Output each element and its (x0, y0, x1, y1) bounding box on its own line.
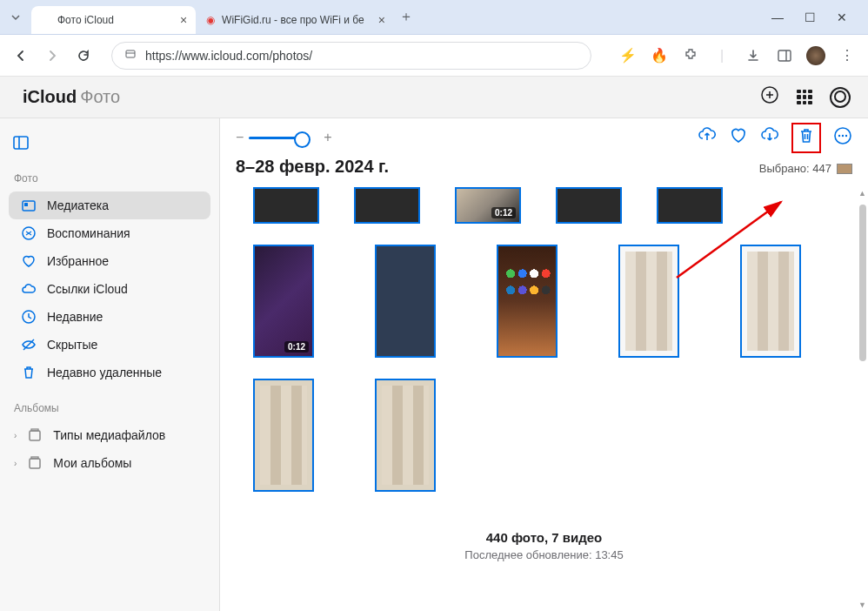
browser-titlebar: Фото iCloud × ◉ WiFiGid.ru - все про WiF… (0, 0, 868, 35)
heart-icon (21, 253, 37, 269)
photo-thumb[interactable] (618, 245, 679, 358)
wifi-favicon: ◉ (204, 14, 217, 26)
photo-thumb[interactable] (740, 245, 801, 358)
video-duration: 0:12 (284, 341, 309, 352)
zoom-out-icon[interactable]: − (236, 130, 244, 145)
site-info-icon[interactable] (124, 48, 137, 63)
account-icon[interactable] (830, 87, 851, 108)
close-tab-icon[interactable]: × (370, 13, 385, 27)
photo-thumb[interactable] (375, 245, 436, 358)
photo-thumb[interactable] (253, 187, 319, 224)
sidebar-label: Скрытые (47, 338, 97, 352)
content-header: 8–28 февр. 2024 г. Выбрано: 447 (220, 157, 868, 187)
selection-info: Выбрано: 447 (759, 162, 852, 175)
window-controls: — ☐ ✕ (771, 10, 865, 24)
sidebar-item-recently-deleted[interactable]: Недавно удаленные (9, 359, 210, 386)
sidebar-item-recents[interactable]: Недавние (9, 303, 210, 331)
forward-button[interactable] (40, 44, 64, 68)
photo-thumb[interactable] (657, 187, 723, 224)
album-icon (27, 455, 43, 471)
apps-grid-icon[interactable] (797, 90, 812, 105)
photo-grid: 0:12 0:12 440 фото, 7 видео Последнее об… (220, 187, 868, 611)
scroll-thumb[interactable] (859, 205, 866, 361)
photo-thumb[interactable] (375, 379, 436, 492)
tab-wifigid[interactable]: ◉ WiFiGid.ru - все про WiFi и бе × (196, 6, 394, 34)
maximize-button[interactable]: ☐ (805, 10, 816, 24)
sidebar-section-albums: Альбомы (14, 402, 210, 414)
sidebar-label: Типы медиафайлов (53, 428, 165, 442)
album-icon (27, 427, 43, 443)
last-updated: Последнее обновление: 13:45 (236, 548, 852, 561)
upload-icon[interactable] (698, 126, 717, 150)
download-icon[interactable] (760, 126, 779, 150)
back-button[interactable] (9, 44, 33, 68)
sidebar-label: Недавно удаленные (47, 366, 162, 379)
sidebar-item-icloud-links[interactable]: Ссылки iCloud (9, 275, 210, 303)
scrollbar[interactable] (856, 187, 868, 611)
more-icon[interactable] (833, 126, 852, 150)
zoom-control[interactable]: − + (236, 130, 332, 145)
sidebar-item-memories[interactable]: Воспоминания (9, 219, 210, 247)
app-title: iCloud Фото (23, 87, 120, 107)
date-range: 8–28 февр. 2024 г. (236, 157, 389, 177)
ext-icon-1[interactable]: ⚡ (616, 44, 640, 68)
sidebar-item-favorites[interactable]: Избранное (9, 247, 210, 275)
delete-button[interactable] (791, 123, 821, 153)
tab-title: Фото iCloud (57, 14, 114, 26)
download-icon[interactable] (741, 44, 765, 68)
tab-icloud-photos[interactable]: Фото iCloud × (31, 6, 196, 34)
close-tab-icon[interactable]: × (119, 13, 187, 27)
zoom-in-icon[interactable]: + (324, 130, 331, 145)
content-toolbar: − + (220, 118, 868, 157)
address-bar[interactable]: https://www.icloud.com/photos/ (111, 42, 591, 70)
photo-thumb[interactable] (354, 187, 420, 224)
menu-icon[interactable]: ⋮ (835, 44, 859, 68)
svg-rect-15 (31, 457, 38, 459)
divider: | (710, 44, 734, 68)
close-window-button[interactable]: ✕ (837, 10, 847, 24)
reload-button[interactable] (71, 44, 96, 68)
new-tab-button[interactable]: ＋ (394, 5, 418, 30)
cloud-link-icon (21, 281, 37, 297)
sidebar-section-photos: Фото (14, 172, 210, 185)
sidebar-item-my-albums[interactable]: › Мои альбомы (9, 449, 210, 477)
svg-rect-0 (126, 50, 135, 57)
favorite-icon[interactable] (729, 126, 748, 150)
sidebar-label: Избранное (47, 254, 109, 268)
sidepanel-icon[interactable] (772, 44, 797, 68)
extensions-icon[interactable] (678, 44, 703, 68)
sidebar-label: Ссылки iCloud (47, 282, 128, 296)
library-count: 440 фото, 7 видео (236, 530, 852, 545)
tab-dropdown[interactable] (3, 5, 28, 30)
svg-rect-5 (14, 137, 28, 149)
video-thumb[interactable]: 0:12 (455, 187, 521, 224)
browser-toolbar: https://www.icloud.com/photos/ ⚡ 🔥 | ⋮ (0, 35, 868, 77)
sidebar-item-hidden[interactable]: Скрытые (9, 331, 210, 359)
main-area: Фото Медиатека Воспоминания Избранное Сс… (0, 118, 868, 611)
svg-rect-2 (778, 50, 791, 61)
sidebar-item-media-types[interactable]: › Типы медиафайлов (9, 421, 210, 449)
photo-thumb[interactable] (253, 379, 314, 492)
title-sub: Фото (80, 87, 120, 107)
minimize-button[interactable]: — (771, 10, 784, 24)
sidebar-item-library[interactable]: Медиатека (9, 191, 210, 219)
apple-favicon (40, 14, 52, 26)
photo-row: 0:12 (236, 245, 852, 358)
photo-row (236, 379, 852, 492)
sidebar-label: Воспоминания (47, 226, 130, 240)
photo-thumb[interactable] (556, 187, 622, 224)
selection-thumb (837, 164, 852, 174)
svg-rect-14 (30, 459, 40, 468)
add-icon[interactable] (760, 85, 779, 109)
sidebar-label: Недавние (47, 310, 103, 324)
video-duration: 0:12 (491, 207, 516, 218)
zoom-slider[interactable] (249, 137, 304, 139)
memories-icon (21, 225, 37, 241)
ext-icon-2[interactable]: 🔥 (647, 44, 671, 68)
photo-thumb[interactable] (497, 245, 558, 358)
sidebar-toggle-icon[interactable] (12, 134, 210, 155)
chevron-right-icon: › (14, 431, 17, 440)
profile-avatar[interactable] (804, 44, 828, 68)
svg-point-19 (845, 134, 847, 136)
video-thumb[interactable]: 0:12 (253, 245, 314, 358)
